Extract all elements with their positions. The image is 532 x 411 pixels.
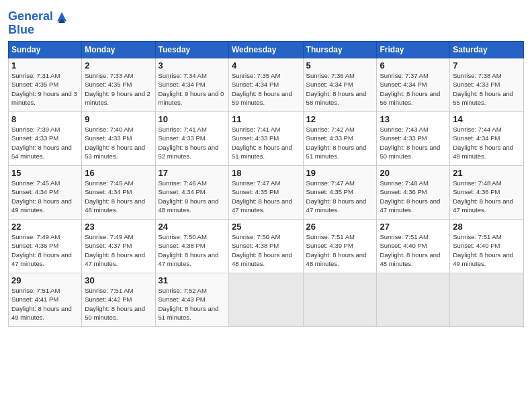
- calendar-cell: 27 Sunrise: 7:51 AM Sunset: 4:40 PM Dayl…: [377, 220, 450, 273]
- weekday-header-friday: Friday: [377, 42, 450, 58]
- day-detail: Sunrise: 7:41 AM Sunset: 4:33 PM Dayligh…: [232, 126, 292, 160]
- weekday-header-thursday: Thursday: [303, 42, 377, 58]
- header: General Blue: [8, 7, 524, 37]
- calendar-cell: [303, 273, 377, 327]
- calendar-cell: 25 Sunrise: 7:50 AM Sunset: 4:38 PM Dayl…: [228, 220, 303, 273]
- calendar-week-3: 15 Sunrise: 7:45 AM Sunset: 4:34 PM Dayl…: [9, 166, 524, 220]
- day-number: 24: [159, 222, 226, 232]
- day-detail: Sunrise: 7:40 AM Sunset: 4:33 PM Dayligh…: [85, 126, 145, 160]
- day-detail: Sunrise: 7:36 AM Sunset: 4:34 PM Dayligh…: [306, 72, 367, 106]
- day-number: 15: [11, 168, 79, 178]
- day-detail: Sunrise: 7:52 AM Sunset: 4:43 PM Dayligh…: [159, 287, 219, 321]
- weekday-header-monday: Monday: [82, 42, 155, 58]
- day-number: 30: [85, 275, 152, 285]
- day-number: 4: [232, 60, 300, 71]
- day-number: 17: [159, 168, 226, 178]
- calendar-week-5: 29 Sunrise: 7:51 AM Sunset: 4:41 PM Dayl…: [9, 273, 524, 327]
- day-number: 13: [380, 114, 447, 124]
- day-detail: Sunrise: 7:34 AM Sunset: 4:34 PM Dayligh…: [159, 72, 224, 106]
- day-detail: Sunrise: 7:47 AM Sunset: 4:35 PM Dayligh…: [232, 179, 292, 214]
- calendar-cell: 16 Sunrise: 7:45 AM Sunset: 4:34 PM Dayl…: [82, 166, 155, 220]
- day-detail: Sunrise: 7:47 AM Sunset: 4:35 PM Dayligh…: [306, 179, 367, 214]
- calendar-cell: 13 Sunrise: 7:43 AM Sunset: 4:33 PM Dayl…: [377, 112, 450, 166]
- logo: General Blue: [8, 9, 69, 37]
- calendar-cell: 29 Sunrise: 7:51 AM Sunset: 4:41 PM Dayl…: [9, 273, 82, 327]
- day-number: 26: [306, 222, 374, 232]
- day-detail: Sunrise: 7:48 AM Sunset: 4:36 PM Dayligh…: [380, 179, 440, 214]
- calendar-cell: 26 Sunrise: 7:51 AM Sunset: 4:39 PM Dayl…: [303, 220, 377, 273]
- day-detail: Sunrise: 7:39 AM Sunset: 4:33 PM Dayligh…: [11, 126, 72, 160]
- day-number: 31: [159, 275, 226, 285]
- day-number: 11: [232, 114, 300, 124]
- calendar-cell: 17 Sunrise: 7:46 AM Sunset: 4:34 PM Dayl…: [155, 166, 228, 220]
- calendar-cell: 23 Sunrise: 7:49 AM Sunset: 4:37 PM Dayl…: [82, 220, 155, 273]
- calendar-cell: 19 Sunrise: 7:47 AM Sunset: 4:35 PM Dayl…: [303, 166, 377, 220]
- day-detail: Sunrise: 7:33 AM Sunset: 4:35 PM Dayligh…: [85, 72, 150, 106]
- calendar-week-4: 22 Sunrise: 7:49 AM Sunset: 4:36 PM Dayl…: [9, 220, 524, 273]
- day-number: 22: [11, 222, 79, 232]
- day-detail: Sunrise: 7:51 AM Sunset: 4:40 PM Dayligh…: [453, 233, 513, 267]
- day-number: 9: [85, 114, 152, 124]
- day-detail: Sunrise: 7:41 AM Sunset: 4:33 PM Dayligh…: [159, 126, 219, 160]
- day-number: 20: [380, 168, 447, 178]
- day-number: 7: [453, 60, 521, 71]
- calendar-cell: 9 Sunrise: 7:40 AM Sunset: 4:33 PM Dayli…: [82, 112, 155, 166]
- page-container: General Blue SundayMondayTuesdayWednesda…: [0, 0, 532, 334]
- day-detail: Sunrise: 7:44 AM Sunset: 4:34 PM Dayligh…: [453, 126, 513, 160]
- calendar-cell: 14 Sunrise: 7:44 AM Sunset: 4:34 PM Dayl…: [450, 112, 524, 166]
- day-number: 10: [159, 114, 226, 124]
- day-number: 12: [306, 114, 374, 124]
- day-detail: Sunrise: 7:49 AM Sunset: 4:36 PM Dayligh…: [11, 233, 72, 267]
- calendar-table: SundayMondayTuesdayWednesdayThursdayFrid…: [8, 41, 524, 327]
- calendar-cell: 6 Sunrise: 7:37 AM Sunset: 4:34 PM Dayli…: [377, 58, 450, 112]
- day-number: 28: [453, 222, 521, 232]
- calendar-cell: 2 Sunrise: 7:33 AM Sunset: 4:35 PM Dayli…: [82, 58, 155, 112]
- logo-text: General: [8, 10, 53, 24]
- logo-general: General: [8, 9, 53, 23]
- day-number: 6: [380, 60, 447, 71]
- calendar-cell: 1 Sunrise: 7:31 AM Sunset: 4:35 PM Dayli…: [9, 58, 82, 112]
- day-number: 1: [11, 60, 79, 71]
- day-number: 27: [380, 222, 447, 232]
- day-number: 25: [232, 222, 300, 232]
- calendar-body: 1 Sunrise: 7:31 AM Sunset: 4:35 PM Dayli…: [9, 58, 524, 327]
- calendar-cell: 7 Sunrise: 7:38 AM Sunset: 4:33 PM Dayli…: [450, 58, 524, 112]
- calendar-cell: 12 Sunrise: 7:42 AM Sunset: 4:33 PM Dayl…: [303, 112, 377, 166]
- day-number: 3: [159, 60, 226, 71]
- day-detail: Sunrise: 7:38 AM Sunset: 4:33 PM Dayligh…: [453, 72, 513, 106]
- weekday-header-row: SundayMondayTuesdayWednesdayThursdayFrid…: [9, 42, 524, 58]
- day-number: 2: [85, 60, 152, 71]
- day-number: 23: [85, 222, 152, 232]
- calendar-week-2: 8 Sunrise: 7:39 AM Sunset: 4:33 PM Dayli…: [9, 112, 524, 166]
- calendar-cell: 18 Sunrise: 7:47 AM Sunset: 4:35 PM Dayl…: [228, 166, 303, 220]
- calendar-cell: 3 Sunrise: 7:34 AM Sunset: 4:34 PM Dayli…: [155, 58, 228, 112]
- calendar-cell: 24 Sunrise: 7:50 AM Sunset: 4:38 PM Dayl…: [155, 220, 228, 273]
- day-detail: Sunrise: 7:50 AM Sunset: 4:38 PM Dayligh…: [232, 233, 292, 267]
- day-detail: Sunrise: 7:35 AM Sunset: 4:34 PM Dayligh…: [232, 72, 292, 106]
- calendar-cell: [228, 273, 303, 327]
- logo-icon: [54, 9, 69, 24]
- day-number: 18: [232, 168, 300, 178]
- weekday-header-saturday: Saturday: [450, 42, 524, 58]
- calendar-cell: 20 Sunrise: 7:48 AM Sunset: 4:36 PM Dayl…: [377, 166, 450, 220]
- calendar-cell: 31 Sunrise: 7:52 AM Sunset: 4:43 PM Dayl…: [155, 273, 228, 327]
- day-detail: Sunrise: 7:51 AM Sunset: 4:39 PM Dayligh…: [306, 233, 367, 267]
- calendar-cell: 8 Sunrise: 7:39 AM Sunset: 4:33 PM Dayli…: [9, 112, 82, 166]
- day-detail: Sunrise: 7:51 AM Sunset: 4:41 PM Dayligh…: [11, 287, 72, 321]
- calendar-cell: 10 Sunrise: 7:41 AM Sunset: 4:33 PM Dayl…: [155, 112, 228, 166]
- day-detail: Sunrise: 7:50 AM Sunset: 4:38 PM Dayligh…: [159, 233, 219, 267]
- weekday-header-wednesday: Wednesday: [228, 42, 303, 58]
- calendar-cell: 5 Sunrise: 7:36 AM Sunset: 4:34 PM Dayli…: [303, 58, 377, 112]
- day-detail: Sunrise: 7:46 AM Sunset: 4:34 PM Dayligh…: [159, 179, 219, 214]
- day-detail: Sunrise: 7:45 AM Sunset: 4:34 PM Dayligh…: [11, 179, 72, 214]
- day-number: 19: [306, 168, 374, 178]
- calendar-week-1: 1 Sunrise: 7:31 AM Sunset: 4:35 PM Dayli…: [9, 58, 524, 112]
- day-number: 8: [11, 114, 79, 124]
- logo-blue-text: Blue: [8, 23, 69, 37]
- day-number: 14: [453, 114, 521, 124]
- day-detail: Sunrise: 7:31 AM Sunset: 4:35 PM Dayligh…: [11, 72, 77, 106]
- day-detail: Sunrise: 7:37 AM Sunset: 4:34 PM Dayligh…: [380, 72, 440, 106]
- day-number: 5: [306, 60, 374, 71]
- day-detail: Sunrise: 7:48 AM Sunset: 4:36 PM Dayligh…: [453, 179, 513, 214]
- weekday-header-tuesday: Tuesday: [155, 42, 228, 58]
